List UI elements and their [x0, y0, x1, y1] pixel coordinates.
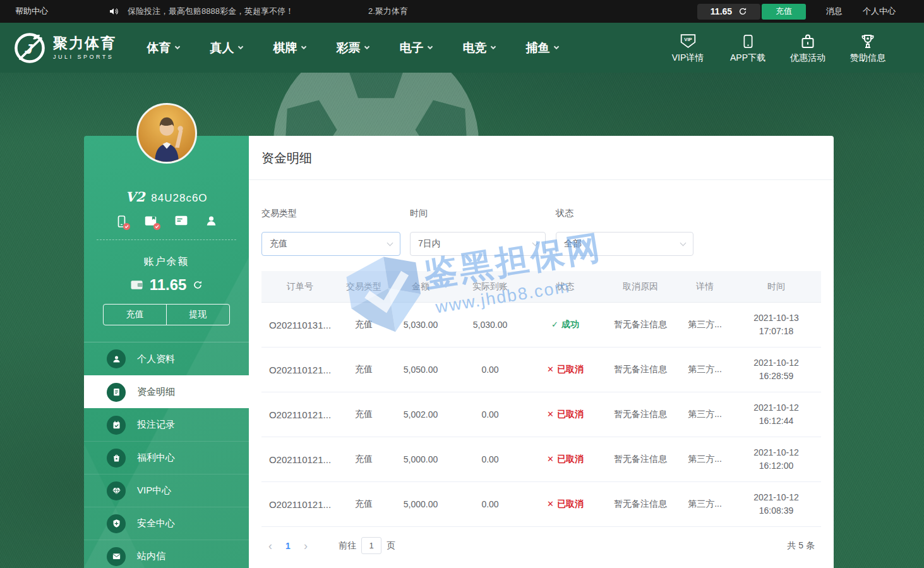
- cell-order-no: O202110131...: [261, 320, 339, 330]
- sidebar-item-inbox[interactable]: 站内信: [84, 540, 249, 568]
- status-text: 成功: [561, 319, 579, 329]
- cell-detail-link[interactable]: 第三方...: [678, 364, 731, 375]
- cell-detail-link[interactable]: 第三方...: [678, 409, 731, 420]
- table-header: 订单号 交易类型 金额 实际到账 状态 取消原因 详情 时间: [261, 271, 821, 303]
- verified-check-badge: [123, 223, 130, 230]
- verified-check-badge: [153, 223, 160, 230]
- recharge-button[interactable]: 充值: [762, 4, 806, 20]
- nav-item-esports[interactable]: 电竞: [447, 40, 510, 56]
- sidebar-menu: 个人资料 资金明细 投注记录 福利中心 VIP中心 安全中心: [84, 342, 249, 568]
- refresh-icon[interactable]: [193, 280, 203, 290]
- mail-icon: [107, 547, 126, 566]
- cell-amount: 5,000.00: [389, 499, 452, 509]
- filters: 交易类型 充值 时间 7日内 状态 全部: [249, 180, 834, 256]
- refresh-icon[interactable]: [738, 7, 747, 16]
- cell-detail-link[interactable]: 第三方...: [678, 319, 731, 330]
- deposit-button[interactable]: 充值: [104, 305, 167, 325]
- transaction-type-select[interactable]: 充值: [261, 232, 400, 256]
- cell-type: 充值: [339, 409, 389, 420]
- person-icon: [107, 349, 126, 368]
- date-line: 2021-10-13: [731, 311, 821, 325]
- sidebar-item-security[interactable]: 安全中心: [84, 507, 249, 540]
- nav-item-sports[interactable]: 体育: [131, 40, 195, 56]
- chevron-down-icon: [490, 44, 495, 49]
- help-center-link[interactable]: 帮助中心: [15, 6, 48, 17]
- avatar[interactable]: [136, 103, 197, 164]
- filter-status: 状态 全部: [556, 208, 693, 256]
- quick-links: VIP VIP详情 APP下载 优惠活动 赞助信息: [668, 32, 887, 64]
- nav-item-fishing[interactable]: 捕鱼: [510, 40, 573, 56]
- cell-time: 2021-10-12 16:12:44: [731, 401, 821, 428]
- table-row: O202110121... 充值 5,050.00 0.00 ✕已取消 暂无备注…: [261, 347, 821, 392]
- bank-card-icon[interactable]: [174, 215, 188, 228]
- promotions-link[interactable]: 优惠活动: [788, 32, 827, 64]
- logo-emblem-icon: J: [13, 31, 47, 65]
- sidebar-item-label: 投注记录: [137, 419, 175, 431]
- nav-item-lottery[interactable]: 彩票: [321, 40, 384, 56]
- cell-received: 5,030.00: [452, 320, 528, 330]
- next-page-button[interactable]: ›: [297, 540, 315, 552]
- sidebar-item-profile[interactable]: 个人资料: [84, 342, 249, 375]
- app-download-link[interactable]: APP下载: [728, 32, 767, 64]
- sidebar-item-welfare[interactable]: 福利中心: [84, 441, 249, 474]
- cell-type: 充值: [339, 364, 389, 375]
- topbar-balance-value: 11.65: [711, 6, 732, 16]
- quick-link-label: 优惠活动: [790, 52, 825, 64]
- verification-icons: [84, 215, 249, 228]
- nav-item-chess[interactable]: 棋牌: [258, 40, 321, 56]
- personal-center-link[interactable]: 个人中心: [863, 6, 896, 17]
- cell-cancel-reason: 暂无备注信息: [603, 499, 678, 510]
- sidebar-item-label: 安全中心: [137, 517, 175, 529]
- cell-detail-link[interactable]: 第三方...: [678, 454, 731, 465]
- diamond-icon: [107, 481, 126, 500]
- status-x-icon: ✕: [547, 499, 554, 509]
- vip-details-link[interactable]: VIP VIP详情: [668, 32, 707, 64]
- prev-page-button[interactable]: ‹: [261, 540, 279, 552]
- status-text: 已取消: [557, 364, 584, 374]
- table-row: O202110131... 充值 5,030.00 5,030.00 ✓成功 暂…: [261, 303, 821, 347]
- sidebar-item-funds[interactable]: 资金明细: [84, 375, 249, 408]
- cell-cancel-reason: 暂无备注信息: [603, 364, 678, 375]
- nav-label: 彩票: [337, 40, 361, 56]
- cell-status: ✓成功: [528, 319, 603, 330]
- page-number[interactable]: 1: [279, 541, 297, 551]
- page-unit-label: 页: [387, 540, 395, 552]
- topbar-balance[interactable]: 11.65: [697, 4, 760, 20]
- identity-verified-icon[interactable]: [144, 215, 157, 228]
- avatar-image: [138, 105, 195, 162]
- member-icon[interactable]: [205, 215, 217, 228]
- cell-received: 0.00: [452, 499, 528, 509]
- status-select[interactable]: 全部: [556, 232, 693, 256]
- header-received: 实际到账: [452, 281, 528, 293]
- sponsor-info-link[interactable]: 赞助信息: [848, 32, 887, 64]
- cell-time: 2021-10-12 16:12:00: [731, 446, 821, 473]
- withdraw-button[interactable]: 提现: [167, 305, 229, 325]
- nav-label: 体育: [147, 40, 171, 56]
- goto-page-input[interactable]: [361, 537, 381, 554]
- logo[interactable]: J 聚力体育 JULI SPORTS: [13, 31, 125, 65]
- sidebar-item-label: 站内信: [137, 550, 165, 562]
- phone-verified-icon[interactable]: [116, 215, 127, 228]
- announcement-secondary: 2.聚力体育: [368, 6, 408, 17]
- select-value: 7日内: [418, 238, 441, 250]
- document-icon: [107, 383, 126, 402]
- topbar: 帮助中心 保险投注，最高包赔8888彩金，英超享不停！ 2.聚力体育 11.65…: [0, 0, 924, 23]
- nav-item-slots[interactable]: 电子: [384, 40, 447, 56]
- navbar: J 聚力体育 JULI SPORTS 体育 真人 棋牌 彩票 电子 电竞 捕鱼 …: [0, 23, 924, 73]
- topbar-right: 11.65 充值 消息 个人中心: [697, 4, 896, 20]
- cell-detail-link[interactable]: 第三方...: [678, 499, 731, 510]
- sidebar-item-bets[interactable]: 投注记录: [84, 408, 249, 441]
- announcement-text: 保险投注，最高包赔8888彩金，英超享不停！: [128, 6, 294, 17]
- messages-link[interactable]: 消息: [826, 6, 843, 17]
- time-line: 17:07:18: [731, 325, 821, 338]
- logo-title: 聚力体育: [53, 35, 116, 51]
- date-line: 2021-10-12: [731, 446, 821, 459]
- welfare-bag-icon: [107, 449, 126, 468]
- nav-label: 电子: [400, 40, 424, 56]
- divider: [97, 239, 236, 240]
- status-text: 已取消: [557, 499, 584, 509]
- nav-item-live[interactable]: 真人: [195, 40, 258, 56]
- sidebar-item-vip[interactable]: VIP中心: [84, 474, 249, 507]
- time-range-select[interactable]: 7日内: [410, 232, 546, 256]
- filter-time: 时间 7日内: [410, 208, 546, 256]
